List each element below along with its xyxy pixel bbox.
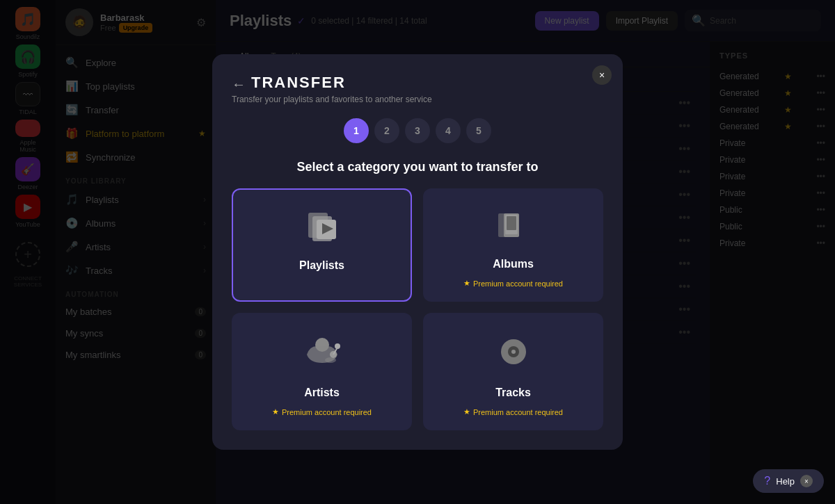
svg-point-15 xyxy=(511,350,516,354)
modal-overlay: × ← TRANSFER Transfer your playlists and… xyxy=(0,0,835,504)
help-label: Help xyxy=(776,476,795,487)
back-arrow-icon[interactable]: ← xyxy=(232,76,246,92)
tracks-premium-req: ★ Premium account required xyxy=(463,407,563,416)
modal-subtitle: Transfer your playlists and favorites to… xyxy=(232,95,603,104)
category-name-playlists: Playlists xyxy=(299,259,344,272)
modal-categories: Playlists Albums ★ Premium account requi… xyxy=(232,188,603,430)
svg-rect-7 xyxy=(507,216,516,230)
category-card-artists[interactable]: Artists ★ Premium account required xyxy=(232,313,412,430)
category-card-tracks[interactable]: Tracks ★ Premium account required xyxy=(423,313,603,430)
step-4[interactable]: 4 xyxy=(436,118,461,143)
help-close-button[interactable]: × xyxy=(800,475,813,487)
step-3[interactable]: 3 xyxy=(405,118,430,143)
modal-header: ← TRANSFER Transfer your playlists and f… xyxy=(232,74,603,104)
modal-title: TRANSFER xyxy=(251,74,346,92)
help-icon: ? xyxy=(764,475,770,487)
playlists-category-icon xyxy=(301,209,343,251)
artists-premium-req: ★ Premium account required xyxy=(272,407,372,416)
star-icon: ★ xyxy=(272,407,279,416)
step-5[interactable]: 5 xyxy=(466,118,491,143)
modal-steps: 1 2 3 4 5 xyxy=(232,118,603,143)
tracks-category-icon xyxy=(493,332,534,378)
category-card-playlists[interactable]: Playlists xyxy=(232,188,412,302)
category-name-artists: Artists xyxy=(304,387,340,399)
modal-section-title: Select a category you want to transfer t… xyxy=(232,160,603,174)
category-card-albums[interactable]: Albums ★ Premium account required xyxy=(423,188,603,302)
help-button[interactable]: ? Help × xyxy=(753,469,824,493)
svg-point-12 xyxy=(335,343,340,349)
category-name-albums: Albums xyxy=(493,258,534,270)
artists-category-icon xyxy=(301,332,343,378)
step-2[interactable]: 2 xyxy=(374,118,399,143)
star-icon: ★ xyxy=(463,279,470,288)
category-name-tracks: Tracks xyxy=(495,387,531,399)
albums-premium-req: ★ Premium account required xyxy=(463,279,563,288)
albums-category-icon xyxy=(493,208,534,250)
step-1[interactable]: 1 xyxy=(344,118,369,143)
modal-close-button[interactable]: × xyxy=(592,65,612,85)
transfer-modal: × ← TRANSFER Transfer your playlists and… xyxy=(212,54,623,450)
star-icon: ★ xyxy=(463,407,470,416)
